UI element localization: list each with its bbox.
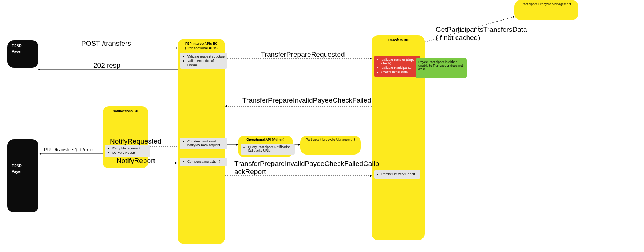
actor-label: DFSP — [12, 164, 34, 168]
label-notify-report: NotifyReport — [116, 157, 155, 165]
connector-lines — [0, 0, 644, 252]
box-title: Participant Lifecycle Management — [300, 136, 361, 141]
task-validate-request: Validate request structure Valid semanti… — [180, 53, 227, 69]
task-item: Validate transfer (dupe check) — [381, 58, 418, 65]
box-subtitle: (Transactional APIs) — [178, 46, 225, 50]
box-title: FSP Interop APIs BC — [178, 39, 225, 45]
label-get-participants: GetParticipantsTransfersData (If not cac… — [436, 26, 527, 42]
operational-api-admin: Operational API (Admin) Query Participan… — [238, 136, 293, 158]
actor-label: DFSP — [12, 44, 34, 48]
task-item: Delivery Report — [112, 151, 148, 155]
task-item: Validate request structure — [187, 55, 225, 58]
label-transfer-prepare-requested: TransferPrepareRequested — [261, 51, 345, 59]
task-validate-transfer: Validate transfer (dupe check) Validate … — [374, 56, 420, 77]
note-text: Payee Participant is either unable to Tr… — [418, 60, 464, 71]
box-title: Transfers BC — [372, 35, 425, 42]
box-title: Participant Lifecycle Management — [514, 0, 578, 6]
task-item: Valid semantics of request — [187, 59, 225, 66]
task-item: Compensating action? — [187, 160, 225, 163]
box-title: Operational API (Admin) — [238, 136, 293, 141]
task-item: Persist Delivery Report — [381, 172, 418, 176]
fsp-interop-apis-bc: FSP Interop APIs BC (Transactional APIs)… — [178, 39, 225, 244]
box-title: Notifications BC — [103, 106, 148, 113]
task-query-callbacks: Query Participant Notification Callbacks… — [241, 144, 295, 155]
task-notifications: Retry Management Delivery Report — [105, 145, 150, 157]
participant-lifecycle-mgmt-large: Participant Lifecycle Management — [514, 0, 578, 20]
actor-label: Payer — [12, 49, 34, 53]
actor-dfsp-payer-bottom: DFSP Payer — [7, 139, 38, 212]
actor-dfsp-payer-top: DFSP Payer — [7, 40, 38, 68]
label-202-resp: 202 resp — [93, 62, 120, 70]
label-transfer-prepare-invalid: TransferPrepareInvalidPayeeCheckFailed — [242, 96, 371, 104]
task-compensating-action: Compensating action? — [180, 158, 227, 166]
task-item: Retry Management — [112, 147, 148, 150]
label-notify-requested: NotifyRequested — [110, 137, 161, 145]
task-item: Construct and send notify/callback reque… — [187, 140, 225, 147]
label-put-transfers-error: PUT /transfers/{id}/error — [44, 147, 94, 152]
label-callback-report: TransferPrepareInvalidPayeeCheckFailedCa… — [234, 160, 379, 176]
label-post-transfers: POST /transfers — [81, 40, 131, 48]
task-item: Query Participant Notification Callbacks… — [248, 145, 293, 152]
actor-label: Payer — [12, 170, 34, 174]
task-persist-delivery-report: Persist Delivery Report — [374, 170, 420, 179]
task-item: Validate Participants — [381, 66, 418, 70]
payee-participant-note: Payee Participant is either unable to Tr… — [416, 58, 467, 78]
task-construct-callback: Construct and send notify/callback reque… — [180, 138, 227, 149]
task-item: Create initial state — [381, 70, 418, 74]
participant-lifecycle-mgmt-small: Participant Lifecycle Management — [300, 136, 361, 155]
